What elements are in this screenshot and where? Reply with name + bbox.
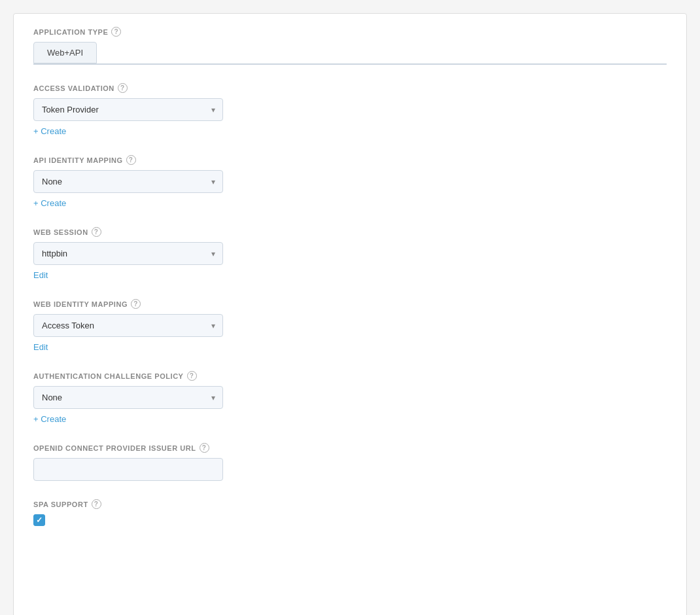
web-identity-mapping-help-icon[interactable]: ? — [131, 299, 141, 309]
spa-support-help-icon[interactable]: ? — [92, 499, 101, 509]
openid-connect-help-icon[interactable]: ? — [200, 443, 209, 453]
application-type-label: APPLICATION TYPE ? — [33, 27, 667, 37]
api-identity-mapping-select-wrapper: None ▾ — [33, 170, 223, 193]
access-validation-help-icon[interactable]: ? — [118, 83, 128, 93]
application-type-tab[interactable]: Web+API — [33, 42, 97, 63]
auth-challenge-policy-select-wrapper: None ▾ — [33, 386, 223, 409]
spa-support-label: SPA SUPPORT ? — [33, 499, 667, 509]
access-validation-select-wrapper: Token Provider None ▾ — [33, 98, 223, 121]
access-validation-section: ACCESS VALIDATION ? Token Provider None … — [33, 83, 667, 137]
web-session-section: WEB SESSION ? httpbin ▾ Edit — [33, 227, 667, 281]
openid-connect-label: OPENID CONNECT PROVIDER ISSUER URL ? — [33, 443, 667, 453]
application-type-help-icon[interactable]: ? — [111, 27, 121, 37]
web-session-help-icon[interactable]: ? — [92, 227, 101, 237]
spa-support-section: SPA SUPPORT ? — [33, 499, 667, 526]
web-session-label: WEB SESSION ? — [33, 227, 667, 237]
web-identity-mapping-edit-link[interactable]: Edit — [33, 342, 48, 352]
api-identity-mapping-label: API IDENTITY MAPPING ? — [33, 155, 667, 165]
openid-connect-input[interactable] — [33, 458, 223, 481]
auth-challenge-policy-label: AUTHENTICATION CHALLENGE POLICY ? — [33, 371, 667, 381]
access-validation-select[interactable]: Token Provider None — [33, 98, 223, 121]
spa-support-checkbox-wrapper — [33, 514, 667, 526]
api-identity-mapping-help-icon[interactable]: ? — [126, 155, 136, 165]
access-validation-label: ACCESS VALIDATION ? — [33, 83, 667, 93]
web-session-select-wrapper: httpbin ▾ — [33, 242, 223, 265]
tab-divider — [33, 63, 667, 65]
auth-challenge-policy-section: AUTHENTICATION CHALLENGE POLICY ? None ▾… — [33, 371, 667, 425]
web-identity-mapping-section: WEB IDENTITY MAPPING ? Access Token ▾ Ed… — [33, 299, 667, 353]
spa-support-checkbox[interactable] — [33, 514, 45, 526]
auth-challenge-policy-create-link[interactable]: + Create — [33, 414, 66, 424]
web-session-edit-link[interactable]: Edit — [33, 270, 48, 280]
api-identity-mapping-select[interactable]: None — [33, 170, 223, 193]
auth-challenge-policy-select[interactable]: None — [33, 386, 223, 409]
web-identity-mapping-select[interactable]: Access Token — [33, 314, 223, 337]
web-session-select[interactable]: httpbin — [33, 242, 223, 265]
auth-challenge-policy-help-icon[interactable]: ? — [187, 371, 197, 381]
application-type-section: APPLICATION TYPE ? Web+API — [33, 27, 667, 65]
web-identity-mapping-select-wrapper: Access Token ▾ — [33, 314, 223, 337]
api-identity-mapping-create-link[interactable]: + Create — [33, 198, 66, 208]
form-container: APPLICATION TYPE ? Web+API ACCESS VALIDA… — [13, 13, 687, 615]
web-identity-mapping-label: WEB IDENTITY MAPPING ? — [33, 299, 667, 309]
access-validation-create-link[interactable]: + Create — [33, 126, 66, 136]
api-identity-mapping-section: API IDENTITY MAPPING ? None ▾ + Create — [33, 155, 667, 209]
openid-connect-section: OPENID CONNECT PROVIDER ISSUER URL ? — [33, 443, 667, 481]
